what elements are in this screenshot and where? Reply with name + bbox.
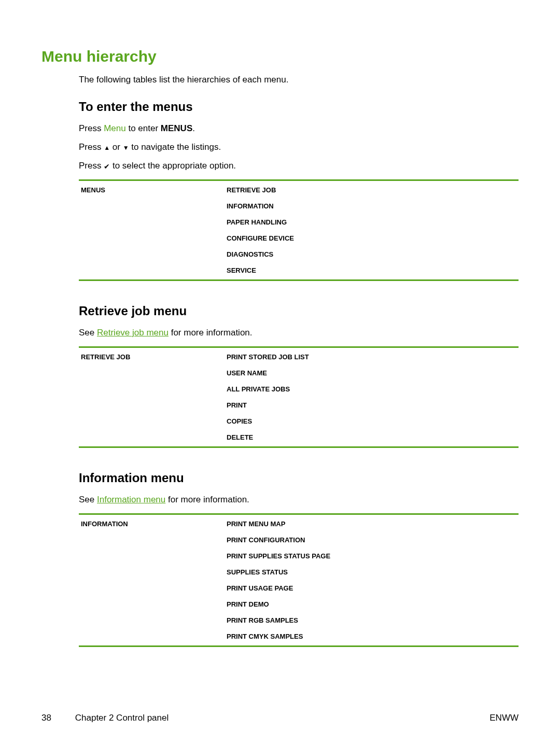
text: Press	[79, 123, 104, 133]
instruction-enter: Press Menu to enter MENUS.	[79, 123, 519, 134]
retrieve-link[interactable]: Retrieve job menu	[97, 328, 169, 338]
text: See	[79, 495, 97, 504]
body-content: The following tables list the hierarchie…	[79, 75, 519, 647]
menus-table: MENUS RETRIEVE JOB INFORMATION PAPER HAN…	[79, 179, 519, 281]
table-item: RETRIEVE JOB	[227, 186, 519, 198]
down-arrow-icon: ▼	[123, 145, 129, 151]
table-right-column: PRINT STORED JOB LIST USER NAME ALL PRIV…	[227, 348, 519, 446]
table-item: PRINT STORED JOB LIST	[227, 353, 519, 365]
page-footer: 38 Chapter 2 Control panel ENWW	[41, 713, 519, 724]
text: to navigate the listings.	[129, 142, 221, 152]
instruction-select: Press ✔ to select the appropriate option…	[79, 161, 519, 171]
text: Press	[79, 142, 104, 152]
retrieve-table: RETRIEVE JOB PRINT STORED JOB LIST USER …	[79, 346, 519, 448]
page-title: Menu hierarchy	[41, 48, 519, 65]
table-item: CONFIGURE DEVICE	[227, 230, 519, 246]
table-item: USER NAME	[227, 365, 519, 381]
table-item: PRINT RGB SAMPLES	[227, 612, 519, 628]
information-table: INFORMATION PRINT MENU MAP PRINT CONFIGU…	[79, 513, 519, 647]
table-item: PRINT SUPPLIES STATUS PAGE	[227, 548, 519, 564]
table-item: SERVICE	[227, 262, 519, 274]
check-icon: ✔	[104, 163, 110, 170]
text: See	[79, 328, 97, 338]
table-item: SUPPLIES STATUS	[227, 564, 519, 580]
text: or	[110, 142, 123, 152]
menu-word: Menu	[104, 123, 126, 133]
table-item: PRINT USAGE PAGE	[227, 580, 519, 596]
table-item: PRINT MENU MAP	[227, 520, 519, 532]
table-item: DIAGNOSTICS	[227, 246, 519, 262]
table-left-header: RETRIEVE JOB	[79, 348, 227, 366]
table-item: PRINT	[227, 397, 519, 413]
section-heading-enter: To enter the menus	[79, 100, 519, 114]
text: for more information.	[165, 495, 249, 504]
section-heading-information: Information menu	[79, 471, 519, 485]
footer-right: ENWW	[489, 713, 519, 723]
table-left-header: INFORMATION	[79, 515, 227, 533]
table-left-header: MENUS	[79, 181, 227, 199]
page-number: 38	[41, 713, 73, 723]
intro-text: The following tables list the hierarchie…	[79, 75, 519, 85]
section-heading-retrieve: Retrieve job menu	[79, 304, 519, 318]
table-item: DELETE	[227, 429, 519, 441]
text: .	[192, 123, 195, 133]
table-item: INFORMATION	[227, 198, 519, 214]
text: to select the appropriate option.	[110, 161, 236, 171]
table-right-column: RETRIEVE JOB INFORMATION PAPER HANDLING …	[227, 181, 519, 279]
table-item: PAPER HANDLING	[227, 214, 519, 230]
text: to enter	[126, 123, 161, 133]
table-right-column: PRINT MENU MAP PRINT CONFIGURATION PRINT…	[227, 515, 519, 645]
text: Press	[79, 161, 104, 171]
text: for more information.	[169, 328, 253, 338]
table-item: PRINT CMYK SAMPLES	[227, 628, 519, 640]
up-arrow-icon: ▲	[104, 145, 110, 151]
chapter-label: Chapter 2 Control panel	[75, 713, 169, 723]
see-retrieve: See Retrieve job menu for more informati…	[79, 328, 519, 338]
table-item: ALL PRIVATE JOBS	[227, 381, 519, 397]
instruction-navigate: Press ▲ or ▼ to navigate the listings.	[79, 142, 519, 152]
menus-bold: MENUS	[161, 123, 192, 133]
table-item: COPIES	[227, 413, 519, 429]
information-link[interactable]: Information menu	[97, 495, 165, 504]
document-page: Menu hierarchy The following tables list…	[0, 0, 560, 745]
see-information: See Information menu for more informatio…	[79, 495, 519, 505]
table-item: PRINT CONFIGURATION	[227, 532, 519, 548]
table-item: PRINT DEMO	[227, 596, 519, 612]
